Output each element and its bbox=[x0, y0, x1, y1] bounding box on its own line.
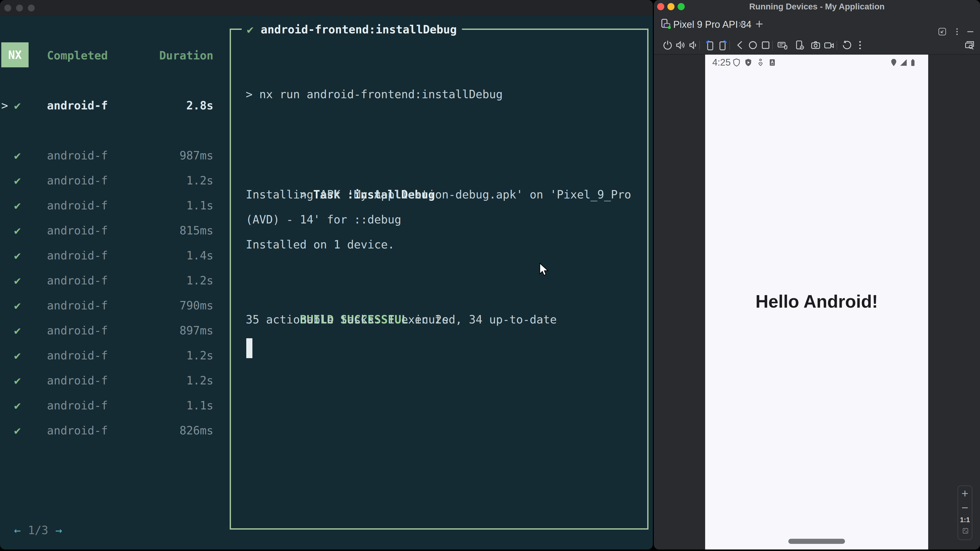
zoom-controls: + − 1:1 bbox=[958, 486, 972, 540]
dock-panel-icon[interactable] bbox=[938, 27, 947, 36]
emulator-screen[interactable]: 4:25 A bbox=[705, 55, 928, 549]
terminal-output-panel[interactable]: ✔android-frontend:installDebug > nx run … bbox=[230, 29, 649, 530]
task-name: android-f bbox=[47, 193, 108, 218]
page-next-arrow[interactable]: → bbox=[56, 524, 62, 537]
install-line-1: Installing APK 'My Application-debug.apk… bbox=[246, 182, 631, 207]
completed-column-header: Completed bbox=[47, 43, 108, 68]
task-row[interactable]: ✔ android-f 1.2s bbox=[0, 368, 213, 393]
check-icon: ✔ bbox=[14, 268, 21, 293]
volume-down-icon[interactable] bbox=[687, 40, 699, 51]
phone-device-icon bbox=[660, 18, 671, 30]
battery-icon bbox=[908, 58, 917, 67]
task-row[interactable]: ✔ android-f 897ms bbox=[0, 318, 213, 343]
task-duration: 1.2s bbox=[186, 368, 213, 393]
task-row[interactable]: ✔ android-f 1.2s bbox=[0, 343, 213, 368]
more-options-icon[interactable] bbox=[953, 27, 962, 36]
signal-icon bbox=[899, 58, 908, 67]
overview-icon[interactable] bbox=[760, 40, 771, 51]
task-row[interactable]: ✔ android-f 987ms bbox=[0, 143, 213, 168]
page-prev-arrow[interactable]: ← bbox=[14, 524, 21, 537]
svg-text:A: A bbox=[771, 60, 773, 64]
task-row-selected[interactable]: > ✔ android-f 2.8s bbox=[0, 93, 213, 118]
task-row[interactable]: ✔ android-f 815ms bbox=[0, 218, 213, 243]
task-name: android-f bbox=[47, 418, 108, 443]
tasks-summary-line: 35 actionable tasks: 1 executed, 34 up-t… bbox=[246, 307, 557, 332]
fit-to-screen-icon[interactable] bbox=[962, 527, 969, 534]
task-name: android-f bbox=[47, 318, 108, 343]
new-tab-button[interactable]: + bbox=[756, 13, 763, 36]
task-row[interactable]: ✔ android-f 1.2s bbox=[0, 268, 213, 293]
task-row[interactable]: ✔ android-f 826ms bbox=[0, 418, 213, 443]
reset-icon[interactable] bbox=[841, 40, 853, 51]
power-icon[interactable] bbox=[662, 40, 673, 51]
check-icon: ✔ bbox=[14, 93, 21, 118]
nx-tui: NX Completed Duration > ✔ android-f 2.8s… bbox=[0, 16, 653, 549]
task-row[interactable]: ✔ android-f 1.1s bbox=[0, 393, 213, 418]
task-name: android-f bbox=[47, 93, 108, 118]
screen-record-icon[interactable] bbox=[823, 40, 835, 51]
back-icon[interactable] bbox=[735, 40, 746, 51]
pagination: ← 1/3 → bbox=[14, 518, 62, 543]
task-list-rows: ✔ android-f 987ms ✔ android-f 1.2s ✔ and… bbox=[0, 143, 213, 443]
zoom-ratio-label[interactable]: 1:1 bbox=[958, 516, 972, 524]
navigation-pill[interactable] bbox=[788, 539, 845, 544]
output-panel-title: ✔android-frontend:installDebug bbox=[242, 17, 462, 42]
task-duration: 1.2s bbox=[186, 268, 213, 293]
build-result-line: BUILD SUCCESSFUL in 2s bbox=[246, 282, 449, 307]
toolbar-separator bbox=[699, 41, 700, 49]
screenshot-icon[interactable] bbox=[810, 40, 821, 51]
check-icon: ✔ bbox=[14, 218, 21, 243]
zoom-out-button[interactable]: − bbox=[958, 501, 972, 514]
command-line: > nx run android-frontend:installDebug bbox=[246, 82, 503, 107]
shield-outline-icon bbox=[732, 58, 741, 67]
task-duration: 1.4s bbox=[186, 243, 213, 268]
home-icon[interactable] bbox=[747, 40, 759, 51]
task-name: android-f bbox=[47, 368, 108, 393]
task-duration: 790ms bbox=[180, 293, 213, 318]
mouse-cursor bbox=[538, 263, 550, 276]
play-protect-icon bbox=[744, 58, 752, 67]
task-duration: 1.2s bbox=[186, 168, 213, 193]
check-icon: ✔ bbox=[14, 193, 21, 218]
task-row[interactable]: ✔ android-f 1.1s bbox=[0, 193, 213, 218]
success-check-icon: ✔ bbox=[247, 23, 254, 36]
gradle-task-line: >Task :installDebug bbox=[246, 157, 435, 182]
check-icon: ✔ bbox=[14, 168, 21, 193]
window-close-button[interactable] bbox=[4, 5, 11, 11]
task-name: android-f bbox=[47, 268, 108, 293]
task-duration: 1.1s bbox=[186, 393, 213, 418]
output-task-title: android-frontend:installDebug bbox=[261, 23, 457, 36]
task-name: android-f bbox=[47, 168, 108, 193]
hardware-input-icon[interactable] bbox=[777, 40, 788, 51]
task-row[interactable]: ✔ android-f 1.4s bbox=[0, 243, 213, 268]
terminal-titlebar[interactable] bbox=[0, 0, 653, 16]
check-icon: ✔ bbox=[14, 393, 21, 418]
toolbar-more-icon[interactable] bbox=[854, 40, 865, 51]
device-settings-icon[interactable] bbox=[794, 40, 805, 51]
tab-close-icon[interactable]: × bbox=[738, 13, 744, 36]
task-name: android-f bbox=[47, 343, 108, 368]
task-name: android-f bbox=[47, 143, 108, 168]
terminal-cursor bbox=[246, 338, 252, 358]
zoom-in-button[interactable]: + bbox=[958, 486, 972, 500]
task-row[interactable]: ✔ android-f 1.2s bbox=[0, 168, 213, 193]
check-icon: ✔ bbox=[14, 368, 21, 393]
hide-panel-icon[interactable] bbox=[966, 27, 975, 36]
task-row[interactable]: ✔ android-f 790ms bbox=[0, 293, 213, 318]
device-tab-bar: Pixel 9 Pro API 34 × + bbox=[654, 13, 980, 36]
check-icon: ✔ bbox=[14, 318, 21, 343]
emulator-status-bar: 4:25 A bbox=[705, 55, 928, 71]
window-zoom-button[interactable] bbox=[28, 5, 35, 11]
window-title: Running Devices - My Application bbox=[654, 0, 980, 13]
zoom-tools-icon[interactable] bbox=[964, 40, 975, 51]
volume-up-icon[interactable] bbox=[675, 40, 686, 51]
task-list-header: Completed Duration bbox=[0, 43, 213, 68]
rotate-right-icon[interactable] bbox=[717, 40, 729, 51]
device-toolbar bbox=[654, 36, 980, 55]
task-duration: 987ms bbox=[180, 143, 213, 168]
window-minimize-button[interactable] bbox=[16, 5, 23, 11]
studio-titlebar[interactable]: Running Devices - My Application bbox=[654, 0, 980, 13]
rotate-left-icon[interactable] bbox=[704, 40, 716, 51]
task-duration: 2.8s bbox=[186, 93, 213, 118]
running-devices-window: Running Devices - My Application Pixel 9… bbox=[654, 0, 980, 549]
